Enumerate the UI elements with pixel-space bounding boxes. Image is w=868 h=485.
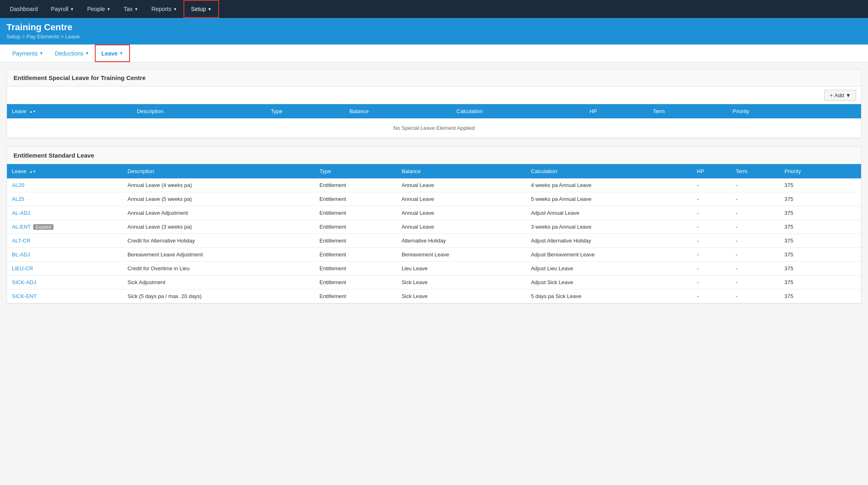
- description-cell-4: Credit for Alternative Holiday: [123, 234, 315, 248]
- std-col-actions: [839, 164, 861, 178]
- page-title: Training Centre: [7, 22, 861, 33]
- col-actions: [825, 104, 861, 118]
- term-cell-5: -: [731, 248, 779, 262]
- sub-nav-item-payments[interactable]: Payments ▼: [7, 44, 49, 62]
- nav-item-reports[interactable]: Reports ▼: [145, 0, 183, 18]
- leave-cell-4[interactable]: ALT-CR: [7, 234, 123, 248]
- std-sort-arrows-leave[interactable]: ▲▼: [29, 170, 36, 174]
- priority-cell-2: 375: [779, 206, 839, 220]
- balance-cell-3: Annual Leave: [397, 220, 526, 234]
- sub-nav-dropdown-arrow-payments: ▼: [39, 51, 43, 56]
- calculation-cell-1: 5 weeks pa Annual Leave: [526, 192, 692, 206]
- leave-cell-2[interactable]: AL-ADJ: [7, 206, 123, 220]
- nav-item-people[interactable]: People ▼: [81, 0, 117, 18]
- actions-cell-8: [839, 289, 861, 303]
- table-row: ALT-CRCredit for Alternative HolidayEnti…: [7, 234, 861, 248]
- col-balance: Balance: [345, 104, 452, 118]
- priority-cell-8: 375: [779, 289, 839, 303]
- description-cell-0: Annual Leave (4 weeks pa): [123, 178, 315, 192]
- type-cell-7: Entitlement: [315, 276, 397, 289]
- term-cell-1: -: [731, 192, 779, 206]
- balance-cell-5: Bereavement Leave: [397, 248, 526, 262]
- table-row: LIEU-CRCredit for Overtime in LieuEntitl…: [7, 262, 861, 276]
- standard-leave-section: Entitlement Standard Leave Leave ▲▼ Desc…: [7, 147, 861, 304]
- term-cell-4: -: [731, 234, 779, 248]
- nav-dropdown-arrow-setup: ▼: [208, 7, 212, 11]
- description-cell-7: Sick Adjustment: [123, 276, 315, 289]
- top-navigation: DashboardPayroll ▼People ▼Tax ▼Reports ▼…: [0, 0, 868, 18]
- add-special-leave-button[interactable]: + Add ▼: [824, 90, 856, 101]
- type-cell-4: Entitlement: [315, 234, 397, 248]
- table-row: SICK-ENTSick (5 days pa / max. 20 days)E…: [7, 289, 861, 303]
- balance-cell-1: Annual Leave: [397, 192, 526, 206]
- nav-dropdown-arrow-tax: ▼: [134, 7, 139, 11]
- table-row: AL25Annual Leave (5 weeks pa)Entitlement…: [7, 192, 861, 206]
- sort-arrows-leave[interactable]: ▲▼: [29, 110, 36, 113]
- balance-cell-8: Sick Leave: [397, 289, 526, 303]
- leave-cell-1[interactable]: AL25: [7, 192, 123, 206]
- hp-cell-1: -: [692, 192, 731, 206]
- nav-dropdown-arrow-payroll: ▼: [70, 7, 74, 11]
- std-col-balance: Balance: [397, 164, 526, 178]
- special-leave-empty-row: No Special Leave Element Applied: [7, 118, 861, 138]
- nav-dropdown-arrow-people: ▼: [107, 7, 111, 11]
- col-leave: Leave ▲▼: [7, 104, 132, 118]
- actions-cell-7: [839, 276, 861, 289]
- priority-cell-7: 375: [779, 276, 839, 289]
- description-cell-1: Annual Leave (5 weeks pa): [123, 192, 315, 206]
- priority-cell-5: 375: [779, 248, 839, 262]
- col-hp: HP: [585, 104, 648, 118]
- actions-cell-2: [839, 206, 861, 220]
- term-cell-3: -: [731, 220, 779, 234]
- balance-cell-2: Annual Leave: [397, 206, 526, 220]
- table-row: BL-ADJBereavement Leave AdjustmentEntitl…: [7, 248, 861, 262]
- nav-item-dashboard[interactable]: Dashboard: [3, 0, 45, 18]
- term-cell-0: -: [731, 178, 779, 192]
- page-header: Training Centre Setup > Pay Elements > L…: [0, 18, 868, 44]
- leave-cell-0[interactable]: AL20: [7, 178, 123, 192]
- hp-cell-0: -: [692, 178, 731, 192]
- col-type: Type: [266, 104, 345, 118]
- sub-nav-item-deductions[interactable]: Deductions ▼: [49, 44, 95, 62]
- expired-badge: Expired: [33, 224, 53, 230]
- hp-cell-7: -: [692, 276, 731, 289]
- actions-cell-6: [839, 262, 861, 276]
- main-content: Entitlement Special Leave for Training C…: [0, 62, 868, 318]
- leave-cell-8[interactable]: SICK-ENT: [7, 289, 123, 303]
- nav-item-tax[interactable]: Tax ▼: [117, 0, 145, 18]
- leave-cell-7[interactable]: SICK-ADJ: [7, 276, 123, 289]
- leave-cell-3[interactable]: AL-ENTExpired: [7, 220, 123, 234]
- actions-cell-5: [839, 248, 861, 262]
- nav-item-payroll[interactable]: Payroll ▼: [45, 0, 81, 18]
- calculation-cell-7: Adjust Sick Leave: [526, 276, 692, 289]
- hp-cell-8: -: [692, 289, 731, 303]
- actions-cell-4: [839, 234, 861, 248]
- calculation-cell-4: Adjust Alternative Holiday: [526, 234, 692, 248]
- add-icon: +: [830, 92, 833, 98]
- special-leave-title: Entitlement Special Leave for Training C…: [7, 69, 861, 87]
- special-leave-toolbar: + Add ▼: [7, 87, 861, 104]
- special-leave-empty-message: No Special Leave Element Applied: [7, 118, 861, 138]
- std-col-hp: HP: [692, 164, 731, 178]
- type-cell-3: Entitlement: [315, 220, 397, 234]
- nav-item-setup[interactable]: Setup ▼: [183, 0, 219, 18]
- leave-cell-5[interactable]: BL-ADJ: [7, 248, 123, 262]
- leave-cell-6[interactable]: LIEU-CR: [7, 262, 123, 276]
- standard-leave-table: Leave ▲▼ Description Type Balance Calcul…: [7, 164, 861, 303]
- description-cell-6: Credit for Overtime in Lieu: [123, 262, 315, 276]
- description-cell-2: Annual Leave Adjustment: [123, 206, 315, 220]
- nav-dropdown-arrow-reports: ▼: [173, 7, 177, 11]
- type-cell-0: Entitlement: [315, 178, 397, 192]
- std-col-term: Term: [731, 164, 779, 178]
- special-leave-table: Leave ▲▼ Description Type Balance Calcul…: [7, 104, 861, 138]
- table-row: AL-ADJAnnual Leave AdjustmentEntitlement…: [7, 206, 861, 220]
- sub-navigation: Payments ▼Deductions ▼Leave ▼: [0, 44, 868, 62]
- priority-cell-6: 375: [779, 262, 839, 276]
- balance-cell-4: Alternative Holiday: [397, 234, 526, 248]
- table-row: AL20Annual Leave (4 weeks pa)Entitlement…: [7, 178, 861, 192]
- special-leave-section: Entitlement Special Leave for Training C…: [7, 69, 861, 138]
- term-cell-6: -: [731, 262, 779, 276]
- type-cell-8: Entitlement: [315, 289, 397, 303]
- sub-nav-item-leave[interactable]: Leave ▼: [95, 44, 130, 62]
- hp-cell-5: -: [692, 248, 731, 262]
